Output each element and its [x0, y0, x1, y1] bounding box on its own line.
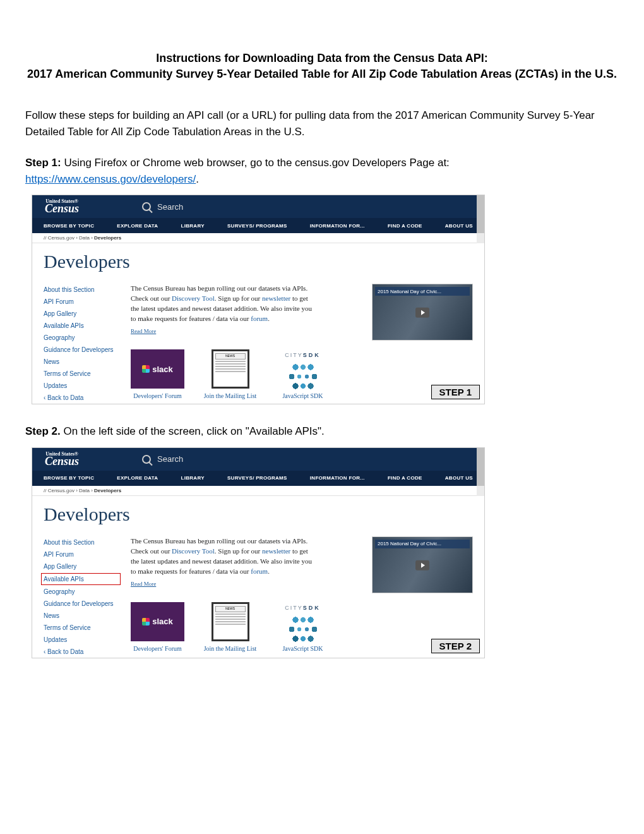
- step-1-badge: STEP 1: [431, 385, 480, 399]
- nav-item[interactable]: FIND A CODE: [388, 223, 422, 229]
- nav-item[interactable]: LIBRARY: [181, 223, 205, 229]
- search-box[interactable]: Search: [142, 454, 183, 464]
- sidebar-item[interactable]: About this Section: [44, 284, 118, 296]
- sidebar-item[interactable]: API Forum: [44, 296, 118, 308]
- site-header: United States® Census Search: [32, 195, 484, 218]
- discovery-tool-link[interactable]: Discovery Tool: [172, 294, 215, 302]
- page-title: Developers: [44, 251, 473, 272]
- sidebar-item[interactable]: Guidance for Developers: [44, 598, 118, 610]
- play-icon: [415, 308, 429, 318]
- sidebar-item[interactable]: Updates: [44, 380, 118, 392]
- nav-item[interactable]: EXPLORE DATA: [117, 475, 158, 481]
- breadcrumb: // Census.gov › Data › Developers: [32, 486, 484, 496]
- main-nav: BROWSE BY TOPIC EXPLORE DATA LIBRARY SUR…: [32, 218, 484, 233]
- forum-link[interactable]: forum: [251, 315, 268, 322]
- sidebar-item[interactable]: News: [44, 610, 118, 622]
- slack-icon: [142, 365, 150, 373]
- sidebar-item-available-apis[interactable]: Available APIs: [44, 320, 118, 332]
- sidebar-item[interactable]: Guidance for Developers: [44, 344, 118, 356]
- title-line-2: 2017 American Community Survey 5-Year De…: [27, 68, 617, 80]
- tile-mailing-list[interactable]: NEWS Join the Mailing List: [203, 602, 257, 652]
- nav-item[interactable]: FIND A CODE: [388, 475, 422, 481]
- title-line-1: Instructions for Downloading Data from t…: [156, 52, 487, 64]
- nav-item[interactable]: INFORMATION FOR...: [310, 475, 365, 481]
- census-logo[interactable]: United States® Census: [45, 452, 79, 467]
- nav-item[interactable]: INFORMATION FOR...: [310, 223, 365, 229]
- play-icon: [415, 560, 429, 571]
- sidebar: About this Section API Forum App Gallery…: [44, 536, 118, 658]
- search-icon: [142, 202, 151, 211]
- newsletter-link[interactable]: newsletter: [262, 294, 290, 302]
- page-title: Developers: [44, 504, 473, 525]
- discovery-tool-link[interactable]: Discovery Tool: [172, 547, 215, 555]
- sidebar-item[interactable]: Terms of Service: [44, 622, 118, 634]
- step-1-text: Step 1: Using Firefox or Chrome web brow…: [25, 155, 619, 187]
- nav-item[interactable]: ABOUT US: [445, 475, 473, 481]
- sidebar: About this Section API Forum App Gallery…: [44, 284, 118, 404]
- sidebar-item[interactable]: Updates: [44, 634, 118, 646]
- read-more-link[interactable]: Read More: [131, 328, 156, 334]
- intro-text: The Census Bureau has begun rolling out …: [131, 284, 317, 324]
- nav-item[interactable]: SURVEYS/ PROGRAMS: [227, 223, 287, 229]
- nav-item[interactable]: BROWSE BY TOPIC: [44, 223, 94, 229]
- sidebar-item[interactable]: News: [44, 356, 118, 368]
- tile-forum[interactable]: slack Developers' Forum: [131, 602, 184, 652]
- slack-icon: [142, 618, 150, 626]
- search-box[interactable]: Search: [142, 202, 183, 212]
- step-1-link[interactable]: https://www.census.gov/developers/: [25, 173, 196, 185]
- forum-link[interactable]: forum: [251, 567, 268, 575]
- sidebar-back-link[interactable]: ‹ Back to Data: [44, 646, 118, 658]
- step-2-badge: STEP 2: [431, 639, 480, 653]
- nav-item[interactable]: SURVEYS/ PROGRAMS: [227, 475, 287, 481]
- video-player[interactable]: 2015 National Day of Civic...: [372, 284, 473, 341]
- nav-item[interactable]: BROWSE BY TOPIC: [44, 475, 94, 481]
- sidebar-item[interactable]: Geography: [44, 586, 118, 598]
- screenshot-step-2: United States® Census Search BROWSE BY T…: [32, 447, 485, 658]
- sidebar-item[interactable]: App Gallery: [44, 560, 118, 572]
- citysdk-icon: [284, 613, 322, 645]
- step-2-text: Step 2. On the left side of the screen, …: [25, 423, 619, 440]
- census-logo[interactable]: United States® Census: [45, 199, 79, 214]
- breadcrumb: // Census.gov › Data › Developers: [32, 233, 484, 243]
- screenshot-step-1: United States® Census Search BROWSE BY T…: [32, 195, 485, 404]
- nav-item[interactable]: EXPLORE DATA: [117, 223, 158, 229]
- sidebar-back-link[interactable]: ‹ Back to Data: [44, 392, 118, 404]
- sidebar-item[interactable]: API Forum: [44, 548, 118, 560]
- sidebar-item[interactable]: Geography: [44, 332, 118, 344]
- search-icon: [142, 455, 151, 464]
- step-2-label: Step 2.: [25, 425, 61, 437]
- sidebar-item-available-apis[interactable]: Available APIs: [41, 573, 121, 585]
- tile-forum[interactable]: slack Developers' Forum: [131, 349, 184, 399]
- newsletter-link[interactable]: newsletter: [262, 547, 290, 555]
- intro-paragraph: Follow these steps for building an API c…: [25, 107, 619, 140]
- tile-javascript-sdk[interactable]: CITYSDK JavaScript SDK: [276, 605, 330, 652]
- sidebar-item[interactable]: Terms of Service: [44, 368, 118, 380]
- step-1-label: Step 1:: [25, 157, 61, 169]
- nav-item[interactable]: ABOUT US: [445, 223, 473, 229]
- sidebar-item[interactable]: App Gallery: [44, 308, 118, 320]
- read-more-link[interactable]: Read More: [131, 581, 156, 587]
- citysdk-icon: [284, 361, 322, 392]
- site-header: United States® Census Search: [32, 448, 484, 471]
- sidebar-item[interactable]: About this Section: [44, 536, 118, 548]
- intro-text: The Census Bureau has begun rolling out …: [131, 536, 317, 577]
- document-title: Instructions for Downloading Data from t…: [25, 51, 619, 82]
- nav-item[interactable]: LIBRARY: [181, 475, 205, 481]
- tile-javascript-sdk[interactable]: CITYSDK JavaScript SDK: [276, 352, 330, 399]
- tile-mailing-list[interactable]: NEWS Join the Mailing List: [203, 349, 257, 399]
- main-nav: BROWSE BY TOPIC EXPLORE DATA LIBRARY SUR…: [32, 471, 484, 486]
- video-player[interactable]: 2015 National Day of Civic...: [372, 536, 473, 593]
